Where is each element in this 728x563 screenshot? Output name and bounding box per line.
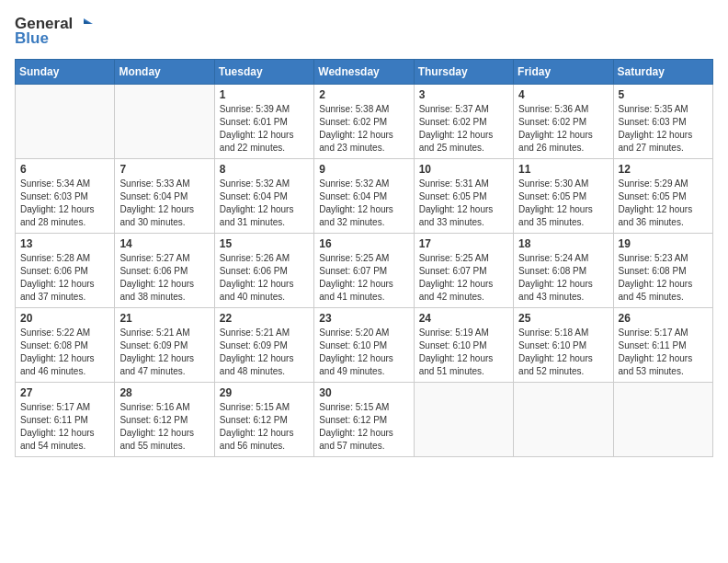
- calendar-cell: 3Sunrise: 5:37 AM Sunset: 6:02 PM Daylig…: [414, 85, 513, 159]
- calendar-cell: 18Sunrise: 5:24 AM Sunset: 6:08 PM Dayli…: [514, 234, 613, 308]
- day-number: 24: [419, 312, 508, 325]
- calendar-cell: 5Sunrise: 5:35 AM Sunset: 6:03 PM Daylig…: [613, 85, 712, 159]
- day-number: 4: [518, 88, 608, 101]
- day-info: Sunrise: 5:25 AM Sunset: 6:07 PM Dayligh…: [319, 252, 408, 304]
- calendar-cell: [16, 85, 115, 159]
- day-info: Sunrise: 5:17 AM Sunset: 6:11 PM Dayligh…: [619, 327, 708, 378]
- calendar-cell: 23Sunrise: 5:20 AM Sunset: 6:10 PM Dayli…: [314, 308, 414, 383]
- col-header-thursday: Thursday: [414, 60, 513, 85]
- calendar-cell: 20Sunrise: 5:22 AM Sunset: 6:08 PM Dayli…: [16, 308, 115, 383]
- day-number: 13: [20, 237, 109, 250]
- calendar-week-1: 1Sunrise: 5:39 AM Sunset: 6:01 PM Daylig…: [16, 85, 713, 159]
- day-number: 30: [319, 386, 408, 399]
- day-number: 14: [119, 237, 209, 250]
- day-info: Sunrise: 5:39 AM Sunset: 6:01 PM Dayligh…: [220, 103, 309, 155]
- day-number: 29: [220, 386, 309, 399]
- calendar-cell: 29Sunrise: 5:15 AM Sunset: 6:12 PM Dayli…: [214, 383, 313, 457]
- day-number: 28: [119, 386, 209, 399]
- day-number: 16: [319, 237, 408, 250]
- logo: General Blue: [15, 15, 93, 48]
- logo-blue: Blue: [15, 29, 49, 48]
- calendar-cell: 10Sunrise: 5:31 AM Sunset: 6:05 PM Dayli…: [414, 159, 513, 234]
- day-info: Sunrise: 5:15 AM Sunset: 6:12 PM Dayligh…: [220, 401, 309, 453]
- calendar-cell: [115, 85, 214, 159]
- calendar-table: SundayMondayTuesdayWednesdayThursdayFrid…: [15, 59, 713, 457]
- col-header-tuesday: Tuesday: [214, 60, 313, 85]
- day-info: Sunrise: 5:28 AM Sunset: 6:06 PM Dayligh…: [20, 252, 109, 304]
- day-number: 18: [518, 237, 608, 250]
- calendar-header-row: SundayMondayTuesdayWednesdayThursdayFrid…: [16, 60, 713, 85]
- day-number: 21: [119, 312, 209, 325]
- day-info: Sunrise: 5:32 AM Sunset: 6:04 PM Dayligh…: [319, 178, 408, 229]
- calendar-week-3: 13Sunrise: 5:28 AM Sunset: 6:06 PM Dayli…: [16, 234, 713, 308]
- day-number: 25: [518, 312, 608, 325]
- calendar-cell: 14Sunrise: 5:27 AM Sunset: 6:06 PM Dayli…: [115, 234, 214, 308]
- calendar-cell: [514, 383, 613, 457]
- calendar-cell: 25Sunrise: 5:18 AM Sunset: 6:10 PM Dayli…: [514, 308, 613, 383]
- page-header: General Blue: [15, 15, 713, 48]
- calendar-cell: 11Sunrise: 5:30 AM Sunset: 6:05 PM Dayli…: [514, 159, 613, 234]
- day-number: 6: [20, 163, 109, 176]
- col-header-saturday: Saturday: [613, 60, 712, 85]
- day-number: 11: [518, 163, 608, 176]
- col-header-wednesday: Wednesday: [314, 60, 414, 85]
- day-info: Sunrise: 5:17 AM Sunset: 6:11 PM Dayligh…: [20, 401, 109, 453]
- day-info: Sunrise: 5:29 AM Sunset: 6:05 PM Dayligh…: [619, 178, 708, 229]
- day-info: Sunrise: 5:33 AM Sunset: 6:04 PM Dayligh…: [119, 178, 209, 229]
- day-number: 5: [619, 88, 708, 101]
- day-info: Sunrise: 5:22 AM Sunset: 6:08 PM Dayligh…: [20, 327, 109, 378]
- day-number: 7: [119, 163, 209, 176]
- day-info: Sunrise: 5:25 AM Sunset: 6:07 PM Dayligh…: [419, 252, 508, 304]
- day-info: Sunrise: 5:21 AM Sunset: 6:09 PM Dayligh…: [220, 327, 309, 378]
- calendar-cell: 21Sunrise: 5:21 AM Sunset: 6:09 PM Dayli…: [115, 308, 214, 383]
- calendar-cell: 30Sunrise: 5:15 AM Sunset: 6:12 PM Dayli…: [314, 383, 414, 457]
- day-info: Sunrise: 5:20 AM Sunset: 6:10 PM Dayligh…: [319, 327, 408, 378]
- day-info: Sunrise: 5:23 AM Sunset: 6:08 PM Dayligh…: [619, 252, 708, 304]
- day-info: Sunrise: 5:21 AM Sunset: 6:09 PM Dayligh…: [119, 327, 209, 378]
- calendar-cell: 9Sunrise: 5:32 AM Sunset: 6:04 PM Daylig…: [314, 159, 414, 234]
- calendar-week-4: 20Sunrise: 5:22 AM Sunset: 6:08 PM Dayli…: [16, 308, 713, 383]
- day-number: 19: [619, 237, 708, 250]
- day-info: Sunrise: 5:15 AM Sunset: 6:12 PM Dayligh…: [319, 401, 408, 453]
- day-number: 9: [319, 163, 408, 176]
- day-info: Sunrise: 5:35 AM Sunset: 6:03 PM Dayligh…: [619, 103, 708, 155]
- day-info: Sunrise: 5:38 AM Sunset: 6:02 PM Dayligh…: [319, 103, 408, 155]
- calendar-cell: 27Sunrise: 5:17 AM Sunset: 6:11 PM Dayli…: [16, 383, 115, 457]
- day-number: 26: [619, 312, 708, 325]
- calendar-cell: 17Sunrise: 5:25 AM Sunset: 6:07 PM Dayli…: [414, 234, 513, 308]
- day-info: Sunrise: 5:31 AM Sunset: 6:05 PM Dayligh…: [419, 178, 508, 229]
- day-number: 27: [20, 386, 109, 399]
- day-number: 2: [319, 88, 408, 101]
- day-number: 8: [220, 163, 309, 176]
- col-header-friday: Friday: [514, 60, 613, 85]
- day-number: 10: [419, 163, 508, 176]
- day-number: 3: [419, 88, 508, 101]
- day-number: 15: [220, 237, 309, 250]
- day-info: Sunrise: 5:18 AM Sunset: 6:10 PM Dayligh…: [518, 327, 608, 378]
- calendar-cell: 15Sunrise: 5:26 AM Sunset: 6:06 PM Dayli…: [214, 234, 313, 308]
- day-info: Sunrise: 5:34 AM Sunset: 6:03 PM Dayligh…: [20, 178, 109, 229]
- calendar-cell: 22Sunrise: 5:21 AM Sunset: 6:09 PM Dayli…: [214, 308, 313, 383]
- day-number: 17: [419, 237, 508, 250]
- day-info: Sunrise: 5:37 AM Sunset: 6:02 PM Dayligh…: [419, 103, 508, 155]
- calendar-cell: 19Sunrise: 5:23 AM Sunset: 6:08 PM Dayli…: [613, 234, 712, 308]
- calendar-cell: [613, 383, 712, 457]
- calendar-cell: 2Sunrise: 5:38 AM Sunset: 6:02 PM Daylig…: [314, 85, 414, 159]
- calendar-cell: 8Sunrise: 5:32 AM Sunset: 6:04 PM Daylig…: [214, 159, 313, 234]
- day-info: Sunrise: 5:30 AM Sunset: 6:05 PM Dayligh…: [518, 178, 608, 229]
- calendar-cell: 4Sunrise: 5:36 AM Sunset: 6:02 PM Daylig…: [514, 85, 613, 159]
- day-number: 1: [220, 88, 309, 101]
- day-number: 20: [20, 312, 109, 325]
- day-number: 22: [220, 312, 309, 325]
- calendar-cell: 12Sunrise: 5:29 AM Sunset: 6:05 PM Dayli…: [613, 159, 712, 234]
- day-info: Sunrise: 5:19 AM Sunset: 6:10 PM Dayligh…: [419, 327, 508, 378]
- calendar-cell: 28Sunrise: 5:16 AM Sunset: 6:12 PM Dayli…: [115, 383, 214, 457]
- day-number: 23: [319, 312, 408, 325]
- calendar-cell: 1Sunrise: 5:39 AM Sunset: 6:01 PM Daylig…: [214, 85, 313, 159]
- calendar-cell: [414, 383, 513, 457]
- calendar-cell: 16Sunrise: 5:25 AM Sunset: 6:07 PM Dayli…: [314, 234, 414, 308]
- logo-bird-icon: [74, 15, 93, 33]
- day-number: 12: [619, 163, 708, 176]
- calendar-cell: 7Sunrise: 5:33 AM Sunset: 6:04 PM Daylig…: [115, 159, 214, 234]
- calendar-cell: 6Sunrise: 5:34 AM Sunset: 6:03 PM Daylig…: [16, 159, 115, 234]
